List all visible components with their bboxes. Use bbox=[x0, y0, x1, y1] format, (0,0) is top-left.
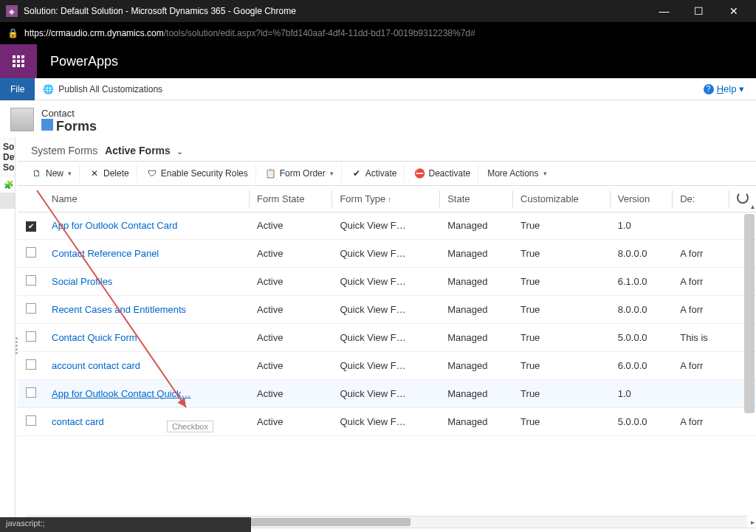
row-checkbox-cell[interactable] bbox=[18, 351, 44, 379]
cell-state: Managed bbox=[440, 213, 513, 240]
address-bar[interactable]: 🔒 https://crmaudio.crm.dynamics.com/tool… bbox=[0, 22, 756, 44]
minimize-button[interactable]: — bbox=[647, 0, 681, 22]
sidebar-item[interactable]: 📄Sdk Message Processin… bbox=[0, 290, 16, 306]
solution-tree[interactable]: Solution Default Solution 🧩 Components ▴… bbox=[0, 137, 16, 532]
entity-section: Forms bbox=[56, 119, 97, 134]
table-row[interactable]: App for Outlook Contact Quick…ActiveQuic… bbox=[18, 379, 756, 407]
cell-name[interactable]: App for Outlook Contact Quick… bbox=[44, 379, 250, 407]
sidebar-item[interactable]: ✉Email Templates bbox=[0, 420, 16, 436]
row-checkbox[interactable] bbox=[26, 247, 36, 258]
row-checkbox[interactable] bbox=[26, 275, 36, 286]
maximize-button[interactable]: ☐ bbox=[682, 0, 715, 22]
help-menu[interactable]: ? Help ▾ bbox=[704, 83, 756, 94]
new-button[interactable]: 🗋New▾ bbox=[24, 165, 80, 182]
table-row[interactable]: Social ProfilesActiveQuick View F…Manage… bbox=[18, 267, 756, 295]
entity-header: Contact Forms bbox=[0, 100, 756, 137]
status-bar: javascript:; bbox=[0, 517, 251, 532]
scroll-right-arrow[interactable]: ▸ bbox=[747, 517, 756, 528]
col-state[interactable]: State bbox=[440, 186, 513, 213]
main-panel: System Forms Active Forms ⌄ 🗋New▾ ✕Delet… bbox=[18, 137, 756, 532]
form-order-button[interactable]: 📋Form Order▾ bbox=[258, 165, 342, 182]
table-row[interactable]: Recent Cases and EntitlementsActiveQuick… bbox=[18, 295, 756, 323]
file-menu-button[interactable]: File bbox=[0, 78, 35, 100]
cell-form_type: Quick View F… bbox=[332, 323, 440, 351]
col-name[interactable]: Name bbox=[44, 186, 250, 213]
row-checkbox[interactable] bbox=[26, 331, 36, 342]
view-selector[interactable]: System Forms Active Forms ⌄ bbox=[18, 137, 756, 161]
table-row[interactable]: contact cardActiveQuick View F…ManagedTr… bbox=[18, 407, 756, 435]
col-form-state[interactable]: Form State bbox=[250, 186, 332, 213]
cell-state: Managed bbox=[440, 239, 513, 267]
close-button[interactable]: ✕ bbox=[717, 0, 750, 22]
enable-security-button[interactable]: 🛡Enable Security Roles bbox=[139, 165, 256, 182]
row-checkbox-cell[interactable] bbox=[18, 295, 44, 323]
tree-root-components[interactable]: 🧩 Components ▴ bbox=[0, 176, 15, 193]
col-version[interactable]: Version bbox=[611, 186, 673, 213]
sidebar-item[interactable]: 🔲Option Sets bbox=[0, 209, 16, 225]
row-checkbox-cell[interactable] bbox=[18, 323, 44, 351]
sidebar-item[interactable]: ⚙Processes bbox=[0, 258, 16, 274]
vertical-scrollbar[interactable] bbox=[744, 214, 755, 413]
row-checkbox[interactable] bbox=[26, 415, 36, 426]
publish-icon: 🌐 bbox=[42, 83, 54, 95]
sidebar-item[interactable]: ✉Mail Merge Templates bbox=[0, 436, 16, 452]
row-checkbox-cell[interactable] bbox=[18, 267, 44, 295]
cell-form_state: Active bbox=[250, 323, 332, 351]
cell-name[interactable]: Contact Reference Panel bbox=[44, 239, 250, 267]
cell-description: This is bbox=[673, 323, 729, 351]
row-checkbox-cell[interactable] bbox=[18, 379, 44, 407]
sidebar-item[interactable]: ⚙Record Creation and U… bbox=[0, 501, 16, 517]
vscroll-up-arrow[interactable]: ▴ bbox=[751, 202, 755, 210]
row-checkbox-cell[interactable] bbox=[18, 407, 44, 435]
sidebar-item[interactable]: 🔗Service Endpoints bbox=[0, 306, 16, 322]
cell-name[interactable]: App for Outlook Contact Card bbox=[44, 213, 250, 240]
app-launcher-button[interactable] bbox=[0, 44, 37, 78]
cell-description: A forr bbox=[673, 295, 729, 323]
select-all-header[interactable] bbox=[18, 186, 44, 213]
cell-form_type: Quick View F… bbox=[332, 379, 440, 407]
sidebar-item[interactable]: 📃Article Templates bbox=[0, 387, 16, 404]
delete-button[interactable]: ✕Delete bbox=[81, 165, 137, 182]
sidebar-item[interactable]: 🔒Security Roles bbox=[0, 452, 16, 469]
sidebar-item[interactable]: 🔗Connection Roles bbox=[0, 371, 16, 387]
cell-version: 8.0.0.0 bbox=[611, 239, 673, 267]
cell-name[interactable]: Recent Cases and Entitlements bbox=[44, 295, 250, 323]
col-description[interactable]: De: bbox=[673, 186, 729, 213]
sidebar-item[interactable]: 📊Dashboards bbox=[0, 322, 16, 339]
cell-customizable: True bbox=[513, 267, 611, 295]
more-actions-button[interactable]: More Actions▾ bbox=[480, 165, 554, 182]
row-checkbox-cell[interactable] bbox=[18, 239, 44, 267]
row-checkbox[interactable]: ✔ bbox=[26, 221, 36, 232]
table-row[interactable]: Contact Quick FormActiveQuick View F…Man… bbox=[18, 323, 756, 351]
cell-version: 6.1.0.0 bbox=[611, 267, 673, 295]
cell-customizable: True bbox=[513, 407, 611, 435]
table-row[interactable]: ✔App for Outlook Contact CardActiveQuick… bbox=[18, 213, 756, 240]
cell-version: 1.0 bbox=[611, 379, 673, 407]
cell-name[interactable]: contact card bbox=[44, 407, 250, 435]
col-form-type[interactable]: Form Type bbox=[332, 186, 440, 213]
col-customizable[interactable]: Customizable bbox=[513, 186, 611, 213]
sidebar-item[interactable]: 🧩Client Extensions bbox=[0, 225, 16, 241]
cell-name[interactable]: account contact card bbox=[44, 351, 250, 379]
cell-name[interactable]: Contact Quick Form bbox=[44, 323, 250, 351]
sidebar-item[interactable]: ↗Routing Rule Sets bbox=[0, 485, 16, 501]
row-checkbox[interactable] bbox=[26, 303, 36, 314]
row-checkbox[interactable] bbox=[26, 387, 36, 398]
deactivate-button[interactable]: ⛔Deactivate bbox=[406, 165, 478, 182]
sidebar-item[interactable]: 💬Dialog Boxes bbox=[0, 339, 16, 355]
table-row[interactable]: account contact cardActiveQuick View F…M… bbox=[18, 351, 756, 379]
sidebar-item[interactable]: 🌐Web Resources bbox=[0, 241, 16, 258]
sidebar-item[interactable]: ▷🔌Plug-in Assemblies bbox=[0, 274, 16, 290]
cell-name[interactable]: Social Profiles bbox=[44, 267, 250, 295]
cell-state: Managed bbox=[440, 379, 513, 407]
activate-button[interactable]: ✔Activate bbox=[343, 165, 405, 182]
publish-all-button[interactable]: 🌐 Publish All Customizations bbox=[35, 83, 170, 95]
forms-grid[interactable]: Name Form State Form Type State Customiz… bbox=[18, 186, 756, 516]
table-row[interactable]: Contact Reference PanelActiveQuick View … bbox=[18, 239, 756, 267]
row-checkbox[interactable] bbox=[26, 359, 36, 370]
row-checkbox-cell[interactable]: ✔ bbox=[18, 213, 44, 240]
sidebar-item[interactable]: 📃Contract Templates bbox=[0, 404, 16, 420]
sidebar-item[interactable]: 🛡Field Security Profiles bbox=[0, 469, 16, 485]
sidebar-item[interactable]: 📄Reports bbox=[0, 355, 16, 371]
sidebar-item[interactable]: 📁Entities bbox=[0, 193, 16, 209]
